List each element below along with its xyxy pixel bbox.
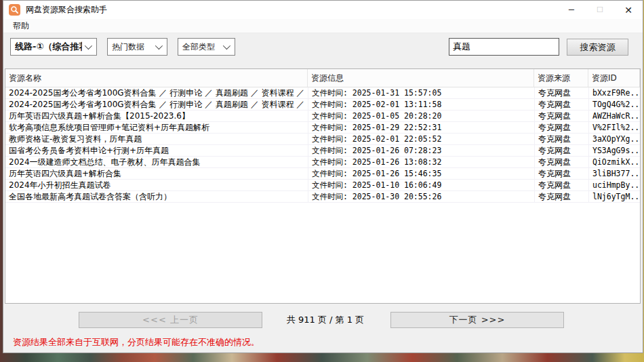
- cell-info: 文件时间: 2025-01-26 15:46:35: [308, 168, 534, 179]
- cell-id: TOgQ4G%2...: [588, 99, 640, 110]
- cell-info: 文件时间: 2025-01-30 20:55:26: [308, 191, 534, 202]
- line-select-value: 线路-①（综合推荐）: [15, 41, 82, 53]
- cell-info: 文件时间: 2025-01-26 07:28:23: [308, 145, 534, 156]
- window-title: 网盘资源聚合搜索助手: [26, 4, 557, 16]
- column-header-id[interactable]: 资源ID: [588, 69, 640, 87]
- type-select[interactable]: 全部类型: [178, 38, 235, 56]
- title-bar: 网盘资源聚合搜索助手 ─ ☐ ✕: [3, 1, 643, 19]
- cell-name: 软考高项信息系统项目管理师+笔记资料+历年真题解析: [5, 122, 308, 133]
- table-row[interactable]: 2024年小升初招生真题试卷文件时间: 2025-01-10 16:06:49夸…: [5, 180, 640, 191]
- cell-info: 文件时间: 2025-02-01 13:11:58: [308, 99, 534, 110]
- cell-name: 历年英语四六级真题+解析合集: [5, 168, 308, 179]
- chevron-down-icon: [223, 42, 230, 49]
- cell-name: 历年英语四六级真题+解析合集【2015-2023.6】: [5, 110, 308, 121]
- hot-data-select[interactable]: 热门数据: [107, 38, 167, 56]
- cell-id: bXxzF9Re...: [588, 87, 640, 98]
- line-select[interactable]: 线路-①（综合推荐）: [10, 38, 97, 56]
- minimize-button[interactable]: ─: [557, 1, 586, 19]
- cell-source: 夸克网盘: [534, 110, 588, 121]
- cell-source: 夸克网盘: [534, 99, 588, 110]
- prev-page-button[interactable]: <<< 上一页: [79, 312, 262, 328]
- cell-id: lNj6yTgM...: [588, 191, 640, 202]
- maximize-button[interactable]: ☐: [586, 1, 614, 19]
- cell-info: 文件时间: 2025-01-26 13:08:32: [308, 157, 534, 167]
- app-window: 网盘资源聚合搜索助手 ─ ☐ ✕ 帮助 线路-①（综合推荐） 热门数据 全部类型…: [3, 0, 643, 353]
- cell-name: 2024年小升初招生真题试卷: [5, 180, 308, 190]
- column-header-name[interactable]: 资源名称: [5, 69, 308, 87]
- cell-name: 2024-2025国考公考省考100G资料合集 ／ 行测申论 ／ 真题刷题 ／ …: [5, 99, 308, 110]
- menu-bar: 帮助: [3, 19, 643, 33]
- cell-source: 夸克网盘: [534, 122, 588, 133]
- table-row[interactable]: 2024-2025国考公考省考100G资料合集 ／ 行测申论 ／ 真题刷题 ／ …: [5, 99, 640, 110]
- hot-data-select-value: 热门数据: [112, 41, 153, 53]
- cell-source: 夸克网盘: [534, 157, 588, 167]
- cell-source: 夸克网盘: [534, 145, 588, 156]
- cell-name: 国省考公务员备考资料申论+行测+历年真题: [5, 145, 308, 156]
- cell-source: 夸克网盘: [534, 191, 588, 202]
- results-table: 资源名称 资源信息 资源来源 资源ID 2024-2025国考公考省考100G资…: [5, 68, 641, 304]
- page-summary: 共 911 页 / 第 1 页: [275, 314, 376, 326]
- cell-info: 文件时间: 2025-01-05 20:28:20: [308, 110, 534, 121]
- cell-info: 文件时间: 2025-02-01 22:05:52: [308, 134, 534, 144]
- cell-id: YS3AgG9s...: [588, 145, 640, 156]
- table-header-row: 资源名称 资源信息 资源来源 资源ID: [5, 69, 640, 87]
- column-header-source[interactable]: 资源来源: [534, 69, 588, 87]
- cell-info: 文件时间: 2025-01-10 16:06:49: [308, 180, 534, 190]
- cell-name: 教师资格证-教资复习资料，历年真题: [5, 134, 308, 144]
- column-header-info[interactable]: 资源信息: [308, 69, 534, 87]
- table-row[interactable]: 2024一级建造师文档总结、电子教材、历年真题合集文件时间: 2025-01-2…: [5, 157, 640, 168]
- cell-info: 文件时间: 2025-01-29 22:52:31: [308, 122, 534, 133]
- search-input[interactable]: [449, 38, 559, 56]
- chevron-down-icon: [85, 42, 92, 49]
- table-body: 2024-2025国考公考省考100G资料合集 ／ 行测申论 ／ 真题刷题 ／ …: [5, 87, 640, 303]
- cell-source: 夸克网盘: [534, 87, 588, 98]
- chevron-down-icon: [155, 42, 163, 49]
- table-row[interactable]: 全国各地最新高考真题试卷含答案（含听力）文件时间: 2025-01-30 20:…: [5, 191, 640, 203]
- cell-id: uciHmpBy...: [588, 180, 640, 190]
- cell-name: 2024一级建造师文档总结、电子教材、历年真题合集: [5, 157, 308, 167]
- table-row[interactable]: 2024-2025国考公考省考100G资料合集 ／ 行测申论 ／ 真题刷题 ／ …: [5, 87, 640, 99]
- table-row[interactable]: 历年英语四六级真题+解析合集【2015-2023.6】文件时间: 2025-01…: [5, 110, 640, 122]
- cell-info: 文件时间: 2025-01-31 15:57:05: [308, 87, 534, 98]
- cell-source: 夸克网盘: [534, 180, 588, 190]
- cell-source: 夸克网盘: [534, 134, 588, 144]
- cell-id: AWZHaWcR...: [588, 110, 640, 121]
- app-logo-icon: [9, 4, 20, 16]
- cell-name: 2024-2025国考公考省考100G资料合集 ／ 行测申论 ／ 真题刷题 ／ …: [5, 87, 308, 98]
- table-row[interactable]: 历年英语四六级真题+解析合集文件时间: 2025-01-26 15:46:35夸…: [5, 168, 640, 180]
- cell-id: 3aXOpYXg...: [588, 134, 640, 144]
- cell-id: V%2FIl%2...: [588, 122, 640, 133]
- client-area: 线路-①（综合推荐） 热门数据 全部类型 搜索资源 资源名称 资源信息 资源来源…: [3, 33, 643, 353]
- table-row[interactable]: 教师资格证-教资复习资料，历年真题文件时间: 2025-02-01 22:05:…: [5, 134, 640, 145]
- status-notice: 资源结果全部来自于互联网，分页结果可能存在不准确的情况。: [13, 336, 260, 348]
- search-button[interactable]: 搜索资源: [567, 39, 628, 56]
- cell-name: 全国各地最新高考真题试卷含答案（含听力）: [5, 191, 308, 202]
- close-button[interactable]: ✕: [614, 1, 643, 19]
- cell-id: 3liBH377...: [588, 168, 640, 179]
- next-page-button[interactable]: 下一页 >>>: [390, 312, 564, 328]
- cell-source: 夸克网盘: [534, 168, 588, 179]
- cell-id: QiOzmikX...: [588, 157, 640, 167]
- table-row[interactable]: 国省考公务员备考资料申论+行测+历年真题文件时间: 2025-01-26 07:…: [5, 145, 640, 157]
- table-row[interactable]: 软考高项信息系统项目管理师+笔记资料+历年真题解析文件时间: 2025-01-2…: [5, 122, 640, 134]
- menu-item-help[interactable]: 帮助: [9, 20, 33, 33]
- type-select-value: 全部类型: [182, 41, 220, 53]
